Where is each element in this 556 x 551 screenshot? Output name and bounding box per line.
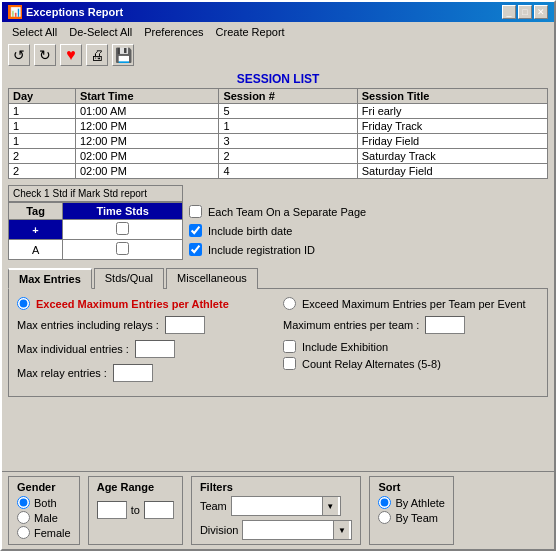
division-label: Division — [200, 524, 239, 536]
sort-team-option: By Team — [378, 511, 445, 524]
table-row[interactable]: 202:00 PM4Saturday Field — [9, 164, 548, 179]
cell-day: 2 — [9, 149, 76, 164]
exceed-team-row: Exceed Maximum Entries per Team per Even… — [283, 297, 539, 310]
title-bar: 📊 Exceptions Report _ □ ✕ — [2, 2, 554, 22]
cell-start_time: 12:00 PM — [75, 134, 218, 149]
team-dropdown[interactable]: ▼ — [231, 496, 341, 516]
print-button[interactable]: 🖨 — [86, 44, 108, 66]
team-filter-row: Team ▼ — [200, 496, 353, 516]
tab-miscellaneous[interactable]: Miscellaneous — [166, 268, 258, 289]
undo-button[interactable]: ↺ — [8, 44, 30, 66]
include-reg-checkbox[interactable] — [189, 243, 202, 256]
age-from-input[interactable] — [97, 501, 127, 519]
exceed-athlete-radio[interactable] — [17, 297, 30, 310]
max-per-team-row: Maximum entries per team : — [283, 316, 539, 334]
include-reg-label: Include registration ID — [208, 244, 315, 256]
tab-max-entries[interactable]: Max Entries — [8, 268, 92, 289]
gender-male-radio[interactable] — [17, 511, 30, 524]
std-value — [63, 220, 183, 240]
include-exhibition-label: Include Exhibition — [302, 341, 388, 353]
cell-start_time: 01:00 AM — [75, 104, 218, 119]
tab-right-col: Exceed Maximum Entries per Team per Even… — [283, 297, 539, 388]
count-relay-checkbox[interactable] — [283, 357, 296, 370]
cell-title: Saturday Track — [357, 149, 547, 164]
menu-preferences[interactable]: Preferences — [138, 24, 209, 40]
cell-session_num: 1 — [219, 119, 357, 134]
division-filter-row: Division ▼ — [200, 520, 353, 540]
gender-male-label: Male — [34, 512, 58, 524]
sort-athlete-label: By Athlete — [395, 497, 445, 509]
menu-select-all[interactable]: Select All — [6, 24, 63, 40]
window-title: Exceptions Report — [26, 6, 123, 18]
include-birth-checkbox[interactable] — [189, 224, 202, 237]
tab-stds-qual[interactable]: Stds/Qual — [94, 268, 164, 289]
menu-create-report[interactable]: Create Report — [210, 24, 291, 40]
max-individual-input[interactable] — [135, 340, 175, 358]
team-dropdown-arrow[interactable]: ▼ — [322, 497, 338, 515]
maximize-button[interactable]: □ — [518, 5, 532, 19]
col-start-time: Start Time — [75, 89, 218, 104]
favorite-button[interactable]: ♥ — [60, 44, 82, 66]
division-dropdown-arrow[interactable]: ▼ — [333, 521, 349, 539]
sort-section: Sort By Athlete By Team — [369, 476, 454, 545]
std-tag: A — [9, 240, 63, 260]
exceed-athlete-row: Exceed Maximum Entries per Athlete — [17, 297, 273, 310]
std-checkbox[interactable] — [116, 242, 129, 255]
col-session-title: Session Title — [357, 89, 547, 104]
left-panel: Check 1 Std if Mark Std report Tag Time … — [8, 185, 183, 260]
std-table: Tag Time Stds +A — [8, 202, 183, 260]
cell-day: 1 — [9, 104, 76, 119]
include-exhibition-checkbox[interactable] — [283, 340, 296, 353]
max-per-team-input[interactable] — [425, 316, 465, 334]
each-team-checkbox[interactable] — [189, 205, 202, 218]
tabs: Max Entries Stds/Qual Miscellaneous — [8, 268, 548, 289]
cell-day: 1 — [9, 134, 76, 149]
max-entries-input[interactable] — [165, 316, 205, 334]
app-icon: 📊 — [8, 5, 22, 19]
division-dropdown[interactable]: ▼ — [242, 520, 352, 540]
middle-section: Check 1 Std if Mark Std report Tag Time … — [8, 185, 548, 260]
cell-session_num: 2 — [219, 149, 357, 164]
col-tag: Tag — [9, 203, 63, 220]
gender-both-option: Both — [17, 496, 71, 509]
tab-content: Exceed Maximum Entries per Athlete Max e… — [8, 288, 548, 397]
close-button[interactable]: ✕ — [534, 5, 548, 19]
cell-session_num: 5 — [219, 104, 357, 119]
max-relay-input[interactable] — [113, 364, 153, 382]
max-relay-label: Max relay entries : — [17, 367, 107, 379]
cell-day: 1 — [9, 119, 76, 134]
table-row[interactable]: 112:00 PM1Friday Track — [9, 119, 548, 134]
sort-radio-group: By Athlete By Team — [378, 496, 445, 524]
each-team-row: Each Team On a Separate Page — [189, 205, 548, 218]
gender-female-radio[interactable] — [17, 526, 30, 539]
age-to-label: to — [131, 504, 140, 516]
gender-both-radio[interactable] — [17, 496, 30, 509]
table-row[interactable]: 112:00 PM3Friday Field — [9, 134, 548, 149]
sort-team-radio[interactable] — [378, 511, 391, 524]
bottom-bar: Gender Both Male Female Age Range — [2, 471, 554, 549]
redo-button[interactable]: ↻ — [34, 44, 56, 66]
gender-both-label: Both — [34, 497, 57, 509]
count-relay-row: Count Relay Alternates (5-8) — [283, 357, 539, 370]
max-entries-label: Max entries including relays : — [17, 319, 159, 331]
menu-deselect-all[interactable]: De-Select All — [63, 24, 138, 40]
save-button[interactable]: 💾 — [112, 44, 134, 66]
table-row[interactable]: 101:00 AM5Fri early — [9, 104, 548, 119]
exceed-team-radio[interactable] — [283, 297, 296, 310]
std-row[interactable]: A — [9, 240, 183, 260]
minimize-button[interactable]: _ — [502, 5, 516, 19]
each-team-label: Each Team On a Separate Page — [208, 206, 366, 218]
std-row[interactable]: + — [9, 220, 183, 240]
max-individual-label: Max individual entries : — [17, 343, 129, 355]
toolbar: ↺ ↻ ♥ 🖨 💾 — [2, 42, 554, 68]
col-time-stds: Time Stds — [63, 203, 183, 220]
std-checkbox[interactable] — [116, 222, 129, 235]
tabs-section: Max Entries Stds/Qual Miscellaneous Exce… — [8, 268, 548, 397]
content-area: SESSION LIST Day Start Time Session # Se… — [2, 68, 554, 401]
age-to-input[interactable] — [144, 501, 174, 519]
gender-title: Gender — [17, 481, 71, 493]
include-birth-row: Include birth date — [189, 224, 548, 237]
main-window: 📊 Exceptions Report _ □ ✕ Select All De-… — [0, 0, 556, 551]
table-row[interactable]: 202:00 PM2Saturday Track — [9, 149, 548, 164]
sort-athlete-radio[interactable] — [378, 496, 391, 509]
